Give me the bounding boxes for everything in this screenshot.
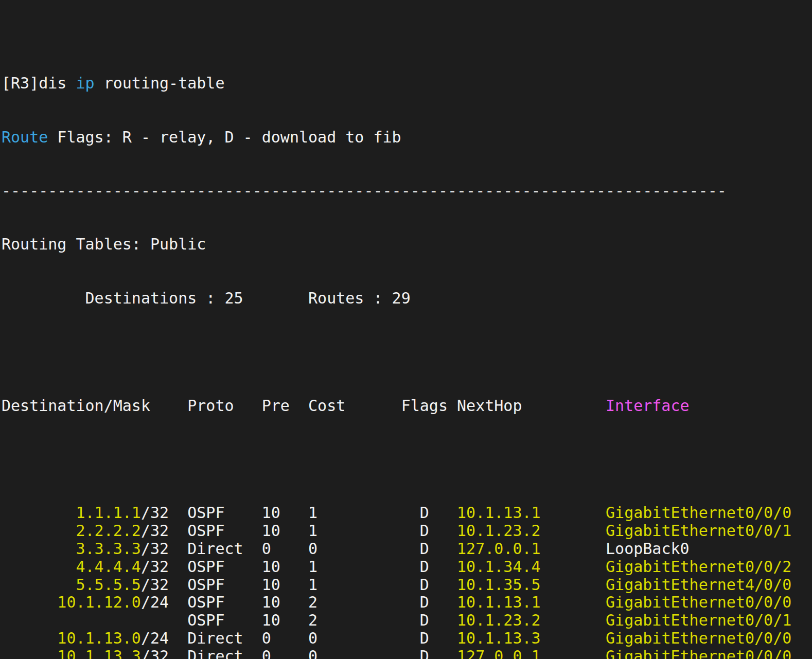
summary-line: Destinations : 25 Routes : 29 [2,290,812,308]
route-row: OSPF 10 2 D 10.1.23.2 GigabitEthernet0/0… [2,612,812,630]
terminal-screen[interactable]: ip t e [R3]dis ip routing-table Route Fl… [0,0,812,659]
route-row: 3.3.3.3/32 Direct 0 0 D 127.0.0.1 LoopBa… [2,540,812,558]
routing-table-title: Routing Tables: Public [2,236,812,254]
routing-table-rows: 1.1.1.1/32 OSPF 10 1 D 10.1.13.1 Gigabit… [2,504,812,659]
table-header-row: Destination/Mask Proto Pre Cost Flags Ne… [2,397,812,415]
route-row: 2.2.2.2/32 OSPF 10 1 D 10.1.23.2 Gigabit… [2,522,812,540]
blank-line [2,451,812,469]
route-row: 1.1.1.1/32 OSPF 10 1 D 10.1.13.1 Gigabit… [2,504,812,522]
separator-line: ----------------------------------------… [2,182,812,200]
command-line: [R3]dis ip routing-table [2,75,812,93]
route-row: 5.5.5.5/32 OSPF 10 1 D 10.1.35.5 Gigabit… [2,576,812,594]
previous-line-fragment: ip t e [2,36,812,39]
route-row: 10.1.13.0/24 Direct 0 0 D 10.1.13.3 Giga… [2,630,812,648]
route-row: 10.1.13.3/32 Direct 0 0 D 127.0.0.1 Giga… [2,648,812,659]
route-flags-legend: Route Flags: R - relay, D - download to … [2,129,812,147]
blank-line [2,343,812,361]
route-row: 4.4.4.4/32 OSPF 10 1 D 10.1.34.4 Gigabit… [2,558,812,576]
route-row: 10.1.12.0/24 OSPF 10 2 D 10.1.13.1 Gigab… [2,594,812,612]
